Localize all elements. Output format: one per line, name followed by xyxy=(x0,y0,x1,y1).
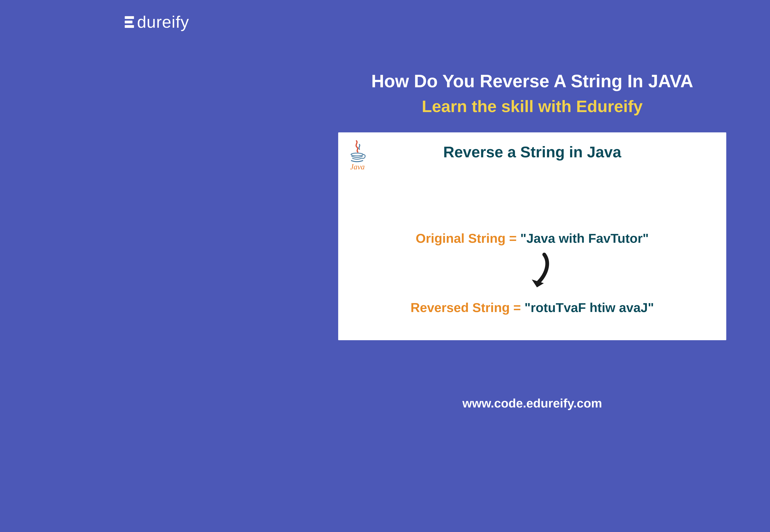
java-label: Java xyxy=(347,162,367,171)
slide-canvas: dureify How Do You Reverse A String In J… xyxy=(111,0,770,421)
brand-logo: dureify xyxy=(125,12,189,32)
reversed-value: "rotuTvaF htiw avaJ" xyxy=(525,300,654,315)
brand-name: dureify xyxy=(137,12,189,32)
logo-bars-icon xyxy=(125,16,134,28)
page-subtitle: Learn the skill with Edureify xyxy=(111,97,770,116)
original-label: Original String = xyxy=(416,231,520,246)
original-string-row: Original String = "Java with FavTutor" xyxy=(338,231,726,246)
card-title: Reverse a String in Java xyxy=(338,143,726,161)
down-arrow-icon xyxy=(527,252,553,294)
original-value: "Java with FavTutor" xyxy=(520,231,649,246)
reversed-label: Reversed String = xyxy=(411,300,525,315)
page-title: How Do You Reverse A String In JAVA xyxy=(111,71,770,91)
reversed-string-row: Reversed String = "rotuTvaF htiw avaJ" xyxy=(338,300,726,315)
example-card: Java Reverse a String in Java Original S… xyxy=(338,132,726,340)
footer-url: www.code.edureify.com xyxy=(111,396,770,410)
